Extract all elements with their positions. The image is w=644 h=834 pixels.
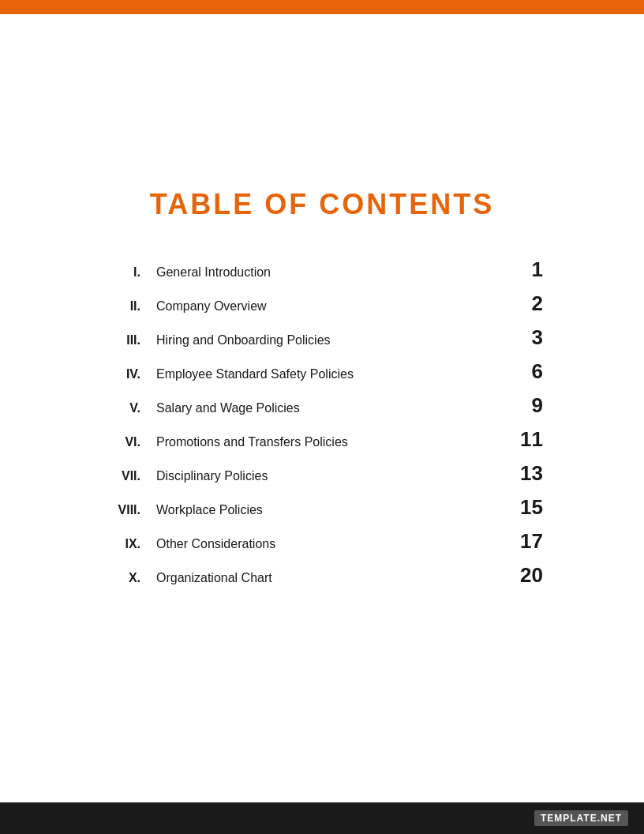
toc-row: V.Salary and Wage Policies9: [101, 389, 543, 423]
toc-numeral: IX.: [101, 537, 148, 551]
toc-label: General Introduction: [148, 265, 504, 280]
toc-page: 11: [504, 427, 543, 452]
toc-numeral: III.: [101, 333, 148, 348]
toc-numeral: V.: [101, 401, 148, 415]
toc-page: 9: [504, 393, 543, 418]
toc-page: 6: [504, 359, 543, 384]
toc-page: 13: [504, 461, 543, 486]
toc-numeral: II.: [101, 299, 148, 314]
toc-label: Company Overview: [148, 299, 504, 314]
toc-numeral: I.: [101, 265, 148, 280]
page-content: TABLE OF CONTENTS I.General Introduction…: [0, 14, 644, 802]
toc-row: I.General Introduction1: [101, 253, 543, 287]
toc-label: Hiring and Onboarding Policies: [148, 333, 504, 348]
toc-label: Salary and Wage Policies: [148, 401, 504, 415]
toc-label: Organizational Chart: [148, 571, 504, 585]
toc-title: TABLE OF CONTENTS: [150, 188, 494, 221]
toc-numeral: IV.: [101, 367, 148, 381]
toc-table: I.General Introduction1II.Company Overvi…: [101, 253, 543, 592]
toc-label: Other Considerations: [148, 537, 504, 551]
toc-numeral: VI.: [101, 435, 148, 449]
toc-label: Employee Standard Safety Policies: [148, 367, 504, 381]
toc-row: VI.Promotions and Transfers Policies11: [101, 423, 543, 456]
toc-row: III.Hiring and Onboarding Policies3: [101, 321, 543, 355]
toc-label: Workplace Policies: [148, 503, 504, 517]
toc-row: IX.Other Considerations17: [101, 524, 543, 558]
toc-row: II.Company Overview2: [101, 287, 543, 321]
toc-page: 3: [504, 325, 543, 350]
toc-row: VII.Disciplinary Policies13: [101, 456, 543, 490]
toc-numeral: VII.: [101, 469, 148, 483]
top-bar: [0, 0, 644, 14]
toc-page: 1: [504, 257, 543, 282]
toc-page: 20: [504, 563, 543, 588]
toc-numeral: VIII.: [101, 503, 148, 517]
toc-row: X.Organizational Chart20: [101, 558, 543, 592]
toc-numeral: X.: [101, 571, 148, 585]
toc-page: 15: [504, 495, 543, 520]
bottom-bar: TEMPLATE.NET: [0, 802, 644, 834]
watermark-label: TEMPLATE.NET: [534, 810, 628, 826]
toc-page: 2: [504, 291, 543, 316]
toc-label: Disciplinary Policies: [148, 469, 504, 483]
toc-page: 17: [504, 529, 543, 554]
toc-row: VIII.Workplace Policies15: [101, 490, 543, 524]
toc-row: IV.Employee Standard Safety Policies6: [101, 355, 543, 389]
toc-label: Promotions and Transfers Policies: [148, 435, 504, 449]
